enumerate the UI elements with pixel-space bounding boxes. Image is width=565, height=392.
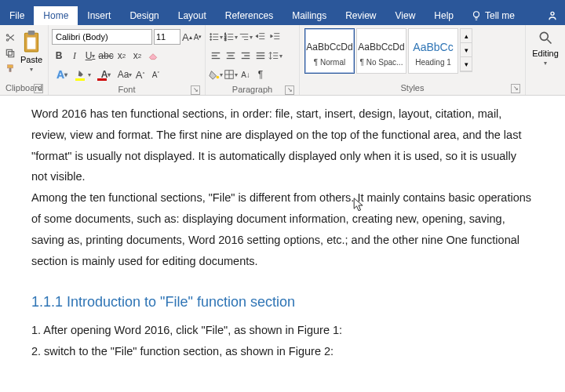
grow-font-button[interactable]: A▴ bbox=[182, 29, 192, 45]
underline-button[interactable]: U bbox=[83, 48, 97, 64]
tab-help[interactable]: Help bbox=[425, 6, 463, 25]
outdent-icon bbox=[255, 31, 266, 42]
scissors-icon bbox=[5, 32, 16, 43]
tell-me[interactable]: Tell me bbox=[463, 6, 523, 25]
copy-icon bbox=[5, 48, 16, 59]
svg-point-2 bbox=[6, 34, 8, 36]
font-group-label: Font bbox=[118, 85, 135, 94]
strike-button[interactable]: abc bbox=[99, 48, 113, 64]
shrink-font2-button[interactable]: A˅ bbox=[149, 67, 163, 82]
group-font: A▴ A▾ B I U abc x2 x2 A A Aa A˄ A˅ Font↘ bbox=[49, 25, 206, 95]
heading: 1 1 2 Introduction to "Home" function se… bbox=[31, 385, 534, 392]
tab-references[interactable]: References bbox=[216, 6, 282, 25]
justify-button[interactable] bbox=[253, 48, 268, 64]
font-size-input[interactable] bbox=[154, 29, 180, 45]
step-text: 2. switch to the "File" function section… bbox=[31, 341, 534, 363]
grow-font2-button[interactable]: A˄ bbox=[133, 67, 148, 82]
numbering-button[interactable]: 123 bbox=[224, 29, 238, 45]
align-left-button[interactable] bbox=[209, 48, 223, 64]
align-right-icon bbox=[240, 50, 251, 61]
sort-button[interactable]: A↓ bbox=[239, 67, 253, 82]
svg-point-0 bbox=[474, 12, 479, 17]
lightbulb-icon bbox=[471, 10, 482, 21]
svg-point-14 bbox=[210, 39, 212, 41]
paste-label: Paste bbox=[20, 55, 42, 64]
tab-layout[interactable]: Layout bbox=[169, 6, 216, 25]
style-preview: AaBbCcDd bbox=[306, 36, 352, 58]
document-body[interactable]: Word 2016 has ten functional sections, i… bbox=[0, 96, 565, 392]
tell-me-label: Tell me bbox=[485, 10, 515, 21]
style-normal[interactable]: AaBbCcDd ¶ Normal bbox=[304, 28, 355, 74]
share-button[interactable] bbox=[540, 6, 565, 25]
styles-more[interactable]: ▴▾▾ bbox=[460, 28, 472, 72]
style-no-spacing[interactable]: AaBbCcDd ¶ No Spac... bbox=[356, 28, 406, 74]
bullets-button[interactable] bbox=[209, 29, 223, 45]
body-paragraph: Among the ten functional sections, "File… bbox=[31, 187, 534, 271]
tab-insert[interactable]: Insert bbox=[78, 6, 120, 25]
format-painter-button[interactable] bbox=[3, 63, 17, 75]
tab-home[interactable]: Home bbox=[34, 6, 78, 25]
align-center-button[interactable] bbox=[224, 48, 238, 64]
svg-line-51 bbox=[548, 40, 552, 44]
style-heading1[interactable]: AaBbCc Heading 1 bbox=[408, 28, 458, 74]
svg-text:3: 3 bbox=[224, 38, 227, 42]
show-marks-button[interactable]: ¶ bbox=[253, 67, 268, 82]
style-label: ¶ No Spac... bbox=[360, 58, 403, 67]
numbering-icon: 123 bbox=[224, 31, 235, 42]
svg-point-1 bbox=[551, 12, 554, 15]
paragraph-dialog-launcher[interactable]: ↘ bbox=[285, 85, 294, 95]
clipboard-dialog-launcher[interactable]: ↘ bbox=[34, 84, 43, 93]
group-editing[interactable]: Editing ▾ bbox=[526, 25, 565, 95]
font-color-button[interactable]: A bbox=[96, 67, 116, 82]
change-case-button[interactable]: Aa bbox=[118, 67, 132, 82]
tab-view[interactable]: View bbox=[386, 6, 425, 25]
body-paragraph: Word 2016 has ten functional sections, i… bbox=[31, 103, 534, 187]
font-dialog-launcher[interactable]: ↘ bbox=[191, 85, 200, 95]
bold-button[interactable]: B bbox=[52, 48, 66, 64]
ribbon: Paste ▾ Clipboard↘ A▴ A▾ B I U abc x2 x2 bbox=[0, 25, 565, 96]
style-label: Heading 1 bbox=[415, 58, 451, 67]
svg-rect-9 bbox=[27, 38, 36, 49]
align-right-button[interactable] bbox=[239, 48, 253, 64]
borders-button[interactable] bbox=[224, 67, 238, 82]
line-spacing-button[interactable] bbox=[268, 48, 282, 64]
style-label: ¶ Normal bbox=[314, 58, 345, 67]
styles-group-label: Styles bbox=[401, 83, 425, 93]
shading-button[interactable] bbox=[209, 67, 223, 82]
highlight-button[interactable] bbox=[74, 67, 94, 82]
style-preview: AaBbCc bbox=[413, 36, 453, 58]
paste-button[interactable]: Paste ▾ bbox=[20, 27, 42, 82]
font-name-input[interactable] bbox=[52, 29, 152, 45]
multilevel-button[interactable] bbox=[239, 29, 253, 45]
styles-dialog-launcher[interactable]: ↘ bbox=[511, 84, 520, 93]
subscript-button[interactable]: x2 bbox=[115, 48, 129, 64]
cut-button[interactable] bbox=[3, 31, 17, 44]
svg-rect-5 bbox=[6, 49, 12, 55]
heading: 1.1.1 Introduction to "File" function se… bbox=[31, 289, 534, 315]
italic-button[interactable]: I bbox=[67, 48, 82, 64]
tab-mailings[interactable]: Mailings bbox=[282, 6, 336, 25]
find-icon bbox=[538, 30, 553, 45]
align-left-icon bbox=[210, 50, 221, 61]
svg-point-3 bbox=[6, 39, 8, 41]
decrease-indent-button[interactable] bbox=[253, 29, 268, 45]
shrink-font-button[interactable]: A▾ bbox=[194, 29, 202, 45]
svg-point-50 bbox=[540, 32, 548, 40]
increase-indent-button[interactable] bbox=[268, 29, 282, 45]
align-center-icon bbox=[225, 50, 236, 61]
tab-file[interactable]: File bbox=[0, 6, 34, 25]
copy-button[interactable] bbox=[3, 47, 17, 60]
text-effects-button[interactable]: A bbox=[52, 67, 72, 82]
tab-design[interactable]: Design bbox=[120, 6, 168, 25]
group-paragraph: 123 A↓ ¶ Paragraph↘ bbox=[206, 25, 300, 95]
superscript-button[interactable]: x2 bbox=[130, 48, 144, 64]
svg-rect-8 bbox=[28, 31, 35, 34]
svg-point-12 bbox=[210, 36, 212, 38]
bucket-icon bbox=[209, 69, 220, 80]
svg-rect-4 bbox=[9, 52, 14, 57]
multilevel-icon bbox=[239, 31, 250, 42]
eraser-icon bbox=[148, 50, 159, 61]
menu-bar: File Home Insert Design Layout Reference… bbox=[0, 6, 565, 25]
clear-format-button[interactable] bbox=[146, 48, 160, 64]
tab-review[interactable]: Review bbox=[336, 6, 385, 25]
